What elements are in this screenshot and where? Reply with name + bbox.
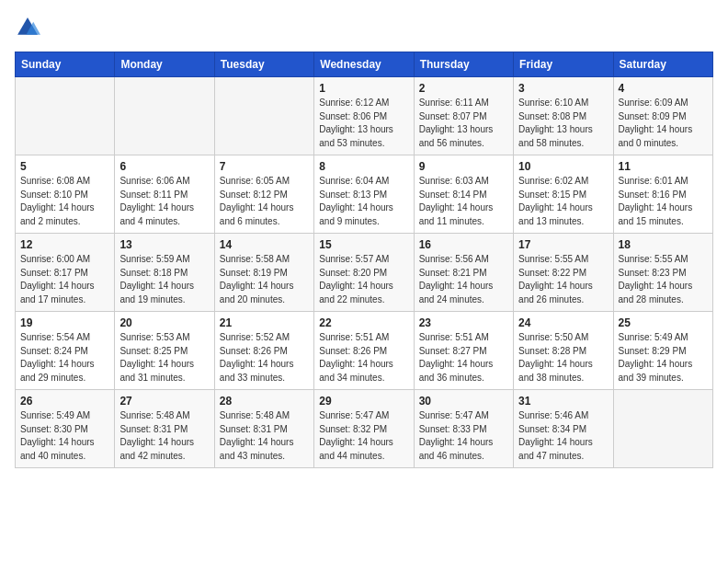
page-header <box>15 15 713 40</box>
calendar-cell: 2Sunrise: 6:11 AMSunset: 8:07 PMDaylight… <box>414 77 513 155</box>
day-number: 25 <box>619 316 708 329</box>
calendar-cell: 22Sunrise: 5:51 AMSunset: 8:26 PMDayligh… <box>314 312 414 390</box>
day-info: Sunrise: 5:51 AMSunset: 8:27 PMDaylight:… <box>419 331 508 385</box>
day-info: Sunrise: 5:55 AMSunset: 8:23 PMDaylight:… <box>619 253 708 306</box>
calendar-cell: 25Sunrise: 5:49 AMSunset: 8:29 PMDayligh… <box>613 312 712 390</box>
column-header-sunday: Sunday <box>16 52 115 77</box>
logo <box>15 15 44 40</box>
day-number: 7 <box>220 160 309 173</box>
day-number: 21 <box>220 316 309 329</box>
calendar-cell: 27Sunrise: 5:48 AMSunset: 8:31 PMDayligh… <box>115 390 214 468</box>
day-number: 4 <box>619 82 708 95</box>
day-info: Sunrise: 6:03 AMSunset: 8:14 PMDaylight:… <box>419 175 508 228</box>
day-number: 31 <box>518 395 608 408</box>
calendar-week-row: 5Sunrise: 6:08 AMSunset: 8:10 PMDaylight… <box>16 155 713 234</box>
calendar-header-row: SundayMondayTuesdayWednesdayThursdayFrid… <box>16 52 713 77</box>
calendar-cell: 14Sunrise: 5:58 AMSunset: 8:19 PMDayligh… <box>214 234 313 312</box>
column-header-tuesday: Tuesday <box>214 52 313 77</box>
day-info: Sunrise: 6:04 AMSunset: 8:13 PMDaylight:… <box>319 175 408 228</box>
day-number: 19 <box>20 316 109 329</box>
day-info: Sunrise: 6:12 AMSunset: 8:06 PMDaylight:… <box>319 97 408 150</box>
calendar-cell: 9Sunrise: 6:03 AMSunset: 8:14 PMDaylight… <box>414 155 513 234</box>
day-number: 11 <box>619 160 708 173</box>
day-info: Sunrise: 5:50 AMSunset: 8:28 PMDaylight:… <box>518 331 608 385</box>
calendar-cell: 6Sunrise: 6:06 AMSunset: 8:11 PMDaylight… <box>115 155 214 234</box>
day-info: Sunrise: 5:49 AMSunset: 8:30 PMDaylight:… <box>20 409 109 463</box>
day-number: 22 <box>319 316 408 329</box>
calendar-cell: 31Sunrise: 5:46 AMSunset: 8:34 PMDayligh… <box>514 390 613 468</box>
day-number: 6 <box>119 160 209 173</box>
calendar-cell <box>214 77 313 155</box>
day-info: Sunrise: 5:51 AMSunset: 8:26 PMDaylight:… <box>319 331 408 385</box>
day-number: 16 <box>419 238 508 251</box>
day-info: Sunrise: 6:10 AMSunset: 8:08 PMDaylight:… <box>518 97 608 150</box>
calendar-cell: 8Sunrise: 6:04 AMSunset: 8:13 PMDaylight… <box>314 155 414 234</box>
calendar-cell: 26Sunrise: 5:49 AMSunset: 8:30 PMDayligh… <box>16 390 115 468</box>
day-info: Sunrise: 5:46 AMSunset: 8:34 PMDaylight:… <box>518 409 608 463</box>
calendar-week-row: 19Sunrise: 5:54 AMSunset: 8:24 PMDayligh… <box>16 312 713 390</box>
calendar-cell: 23Sunrise: 5:51 AMSunset: 8:27 PMDayligh… <box>414 312 513 390</box>
day-info: Sunrise: 5:49 AMSunset: 8:29 PMDaylight:… <box>619 331 708 385</box>
calendar-cell: 4Sunrise: 6:09 AMSunset: 8:09 PMDaylight… <box>613 77 712 155</box>
calendar-cell: 15Sunrise: 5:57 AMSunset: 8:20 PMDayligh… <box>314 234 414 312</box>
day-number: 14 <box>220 238 309 251</box>
calendar-cell: 29Sunrise: 5:47 AMSunset: 8:32 PMDayligh… <box>314 390 414 468</box>
column-header-monday: Monday <box>115 52 214 77</box>
day-info: Sunrise: 5:52 AMSunset: 8:26 PMDaylight:… <box>220 331 309 385</box>
calendar-cell: 28Sunrise: 5:48 AMSunset: 8:31 PMDayligh… <box>214 390 313 468</box>
day-number: 29 <box>319 395 408 408</box>
day-number: 10 <box>518 160 608 173</box>
day-info: Sunrise: 5:48 AMSunset: 8:31 PMDaylight:… <box>119 409 209 463</box>
day-number: 12 <box>20 238 109 251</box>
calendar-week-row: 12Sunrise: 6:00 AMSunset: 8:17 PMDayligh… <box>16 234 713 312</box>
day-info: Sunrise: 6:01 AMSunset: 8:16 PMDaylight:… <box>619 175 708 228</box>
day-info: Sunrise: 6:05 AMSunset: 8:12 PMDaylight:… <box>220 175 309 228</box>
day-info: Sunrise: 5:59 AMSunset: 8:18 PMDaylight:… <box>119 253 209 306</box>
calendar-cell: 30Sunrise: 5:47 AMSunset: 8:33 PMDayligh… <box>414 390 513 468</box>
calendar-table: SundayMondayTuesdayWednesdayThursdayFrid… <box>15 52 713 468</box>
day-info: Sunrise: 5:54 AMSunset: 8:24 PMDaylight:… <box>20 331 109 385</box>
calendar-cell: 16Sunrise: 5:56 AMSunset: 8:21 PMDayligh… <box>414 234 513 312</box>
day-info: Sunrise: 5:55 AMSunset: 8:22 PMDaylight:… <box>518 253 608 306</box>
calendar-cell: 3Sunrise: 6:10 AMSunset: 8:08 PMDaylight… <box>514 77 613 155</box>
calendar-cell <box>16 77 115 155</box>
day-info: Sunrise: 6:09 AMSunset: 8:09 PMDaylight:… <box>619 97 708 150</box>
day-number: 27 <box>119 395 209 408</box>
day-info: Sunrise: 6:00 AMSunset: 8:17 PMDaylight:… <box>20 253 109 306</box>
day-info: Sunrise: 5:47 AMSunset: 8:32 PMDaylight:… <box>319 409 408 463</box>
calendar-cell: 1Sunrise: 6:12 AMSunset: 8:06 PMDaylight… <box>314 77 414 155</box>
day-info: Sunrise: 6:08 AMSunset: 8:10 PMDaylight:… <box>20 175 109 228</box>
calendar-cell: 5Sunrise: 6:08 AMSunset: 8:10 PMDaylight… <box>16 155 115 234</box>
day-info: Sunrise: 6:11 AMSunset: 8:07 PMDaylight:… <box>419 97 508 150</box>
day-info: Sunrise: 5:56 AMSunset: 8:21 PMDaylight:… <box>419 253 508 306</box>
day-number: 3 <box>518 82 608 95</box>
calendar-cell <box>613 390 712 468</box>
column-header-friday: Friday <box>514 52 613 77</box>
day-number: 28 <box>220 395 309 408</box>
column-header-thursday: Thursday <box>414 52 513 77</box>
calendar-cell: 13Sunrise: 5:59 AMSunset: 8:18 PMDayligh… <box>115 234 214 312</box>
day-info: Sunrise: 5:53 AMSunset: 8:25 PMDaylight:… <box>119 331 209 385</box>
day-info: Sunrise: 5:48 AMSunset: 8:31 PMDaylight:… <box>220 409 309 463</box>
day-number: 8 <box>319 160 408 173</box>
calendar-cell: 17Sunrise: 5:55 AMSunset: 8:22 PMDayligh… <box>514 234 613 312</box>
day-number: 2 <box>419 82 508 95</box>
day-number: 17 <box>518 238 608 251</box>
calendar-cell: 19Sunrise: 5:54 AMSunset: 8:24 PMDayligh… <box>16 312 115 390</box>
day-info: Sunrise: 5:57 AMSunset: 8:20 PMDaylight:… <box>319 253 408 306</box>
day-number: 23 <box>419 316 508 329</box>
calendar-cell: 11Sunrise: 6:01 AMSunset: 8:16 PMDayligh… <box>613 155 712 234</box>
day-number: 13 <box>119 238 209 251</box>
day-number: 15 <box>319 238 408 251</box>
logo-icon <box>15 15 40 40</box>
day-info: Sunrise: 6:02 AMSunset: 8:15 PMDaylight:… <box>518 175 608 228</box>
day-number: 5 <box>20 160 109 173</box>
day-number: 1 <box>319 82 408 95</box>
calendar-cell: 20Sunrise: 5:53 AMSunset: 8:25 PMDayligh… <box>115 312 214 390</box>
calendar-cell <box>115 77 214 155</box>
calendar-cell: 21Sunrise: 5:52 AMSunset: 8:26 PMDayligh… <box>214 312 313 390</box>
day-info: Sunrise: 5:47 AMSunset: 8:33 PMDaylight:… <box>419 409 508 463</box>
calendar-cell: 10Sunrise: 6:02 AMSunset: 8:15 PMDayligh… <box>514 155 613 234</box>
calendar-cell: 12Sunrise: 6:00 AMSunset: 8:17 PMDayligh… <box>16 234 115 312</box>
calendar-cell: 18Sunrise: 5:55 AMSunset: 8:23 PMDayligh… <box>613 234 712 312</box>
